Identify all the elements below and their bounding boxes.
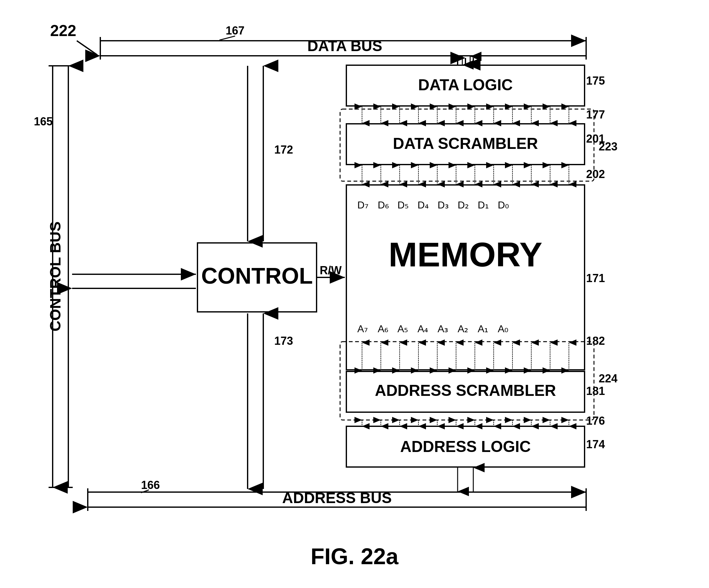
ref-175: 175 <box>586 74 605 87</box>
d7-label: D₇ <box>357 199 369 211</box>
arrow-173: 173 <box>247 314 293 489</box>
data-scrambler-label: DATA SCRAMBLER <box>393 135 538 152</box>
ref-182: 182 <box>586 335 605 347</box>
ref-174: 174 <box>586 438 605 451</box>
ref-171: 171 <box>586 272 605 285</box>
ref-181: 181 <box>586 384 605 397</box>
address-bus-arrow: ADDRESS BUS 166 <box>88 479 586 511</box>
ref-177: 177 <box>586 108 605 121</box>
data-logic-label: DATA LOGIC <box>418 76 513 94</box>
address-scrambler-label: ADDRESS SCRAMBLER <box>375 382 556 399</box>
d3-label: D₃ <box>438 199 449 211</box>
ref-172: 172 <box>274 143 293 156</box>
a3-label: A₃ <box>438 323 448 335</box>
a5-label: A₅ <box>397 323 408 335</box>
arrow-ctrl-to-box <box>72 274 196 288</box>
ref-165: 165 <box>34 115 53 128</box>
a1-label: A₁ <box>478 323 488 335</box>
ref-176: 176 <box>586 415 605 427</box>
arrow-172: 172 <box>247 66 293 241</box>
a7-label: A₇ <box>357 323 368 335</box>
control-label: CONTROL <box>201 263 313 288</box>
a0-label: A₀ <box>498 323 508 335</box>
d1-label: D₁ <box>478 199 489 211</box>
d6-label: D₆ <box>378 199 389 211</box>
ref-167: 167 <box>226 24 244 37</box>
d5-label: D₅ <box>397 199 409 211</box>
control-bus-label: CONTROL BUS <box>47 221 63 331</box>
data-logic-box: DATA LOGIC 175 <box>346 65 605 106</box>
control-bus-arrow: CONTROL BUS 165 <box>34 66 73 487</box>
data-bus-arrow: DATA BUS 167 <box>100 24 586 59</box>
memory-label: MEMORY <box>389 235 543 274</box>
ref-224: 224 <box>599 372 618 385</box>
control-box: CONTROL <box>198 243 317 312</box>
svg-line-93 <box>77 41 97 55</box>
address-logic-bus-connector <box>457 467 473 491</box>
ref-166: 166 <box>141 479 160 491</box>
ref-201: 201 <box>586 132 605 145</box>
data-bus-label: DATA BUS <box>307 37 382 54</box>
a6-label: A₆ <box>378 323 388 335</box>
d4-label: D₄ <box>418 199 429 211</box>
d0-label: D₀ <box>498 199 509 211</box>
ref-173: 173 <box>274 335 293 347</box>
ref-202: 202 <box>586 168 605 181</box>
d2-label: D₂ <box>457 199 469 211</box>
rw-label: R/W <box>320 264 342 277</box>
arrows-176: 176 <box>362 415 605 427</box>
a2-label: A₂ <box>457 323 468 335</box>
address-logic-box: ADDRESS LOGIC 174 <box>346 426 605 467</box>
a4-label: A₄ <box>418 323 428 335</box>
data-scrambler-group-223: 223 DATA SCRAMBLER 201 <box>340 109 618 181</box>
rw-arrow: R/W <box>317 264 345 277</box>
diagram-container: DATA BUS 167 ADDRESS BUS 166 CONTROL BUS <box>0 0 709 588</box>
data-bus-logic-connector <box>462 56 470 65</box>
address-logic-label: ADDRESS LOGIC <box>400 438 531 455</box>
figure-label: FIG. 22a <box>311 544 399 569</box>
ref-222: 222 <box>50 22 76 39</box>
address-bus-label: ADDRESS BUS <box>282 489 392 506</box>
